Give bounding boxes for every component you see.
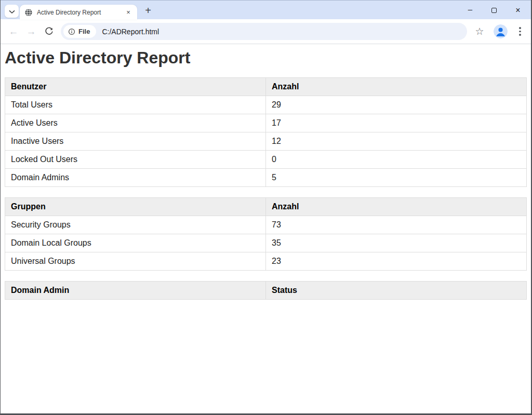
table-row: Domain Local Groups35 bbox=[5, 234, 527, 252]
table-cell: Locked Out Users bbox=[5, 150, 266, 168]
back-button[interactable]: ← bbox=[5, 23, 22, 41]
table-header-row: BenutzerAnzahl bbox=[5, 77, 527, 96]
table-cell: 5 bbox=[266, 168, 527, 186]
groups-table: GruppenAnzahlSecurity Groups73Domain Loc… bbox=[5, 197, 527, 271]
users-table: BenutzerAnzahlTotal Users29Active Users1… bbox=[5, 77, 527, 187]
page-title: Active Directory Report bbox=[5, 49, 527, 68]
table-cell: 29 bbox=[266, 96, 527, 114]
globe-favicon-icon bbox=[24, 8, 33, 17]
maximize-icon bbox=[491, 8, 497, 13]
table-row: Universal Groups23 bbox=[5, 252, 527, 270]
reload-button[interactable] bbox=[40, 23, 58, 41]
profile-avatar[interactable] bbox=[494, 24, 508, 38]
table-row: Security Groups73 bbox=[5, 216, 527, 234]
site-info-chip[interactable]: File bbox=[63, 25, 96, 38]
table-cell: Domain Local Groups bbox=[5, 234, 266, 252]
column-header: Benutzer bbox=[5, 77, 266, 96]
url-text: C:/ADReport.html bbox=[102, 28, 159, 36]
table-header-row: GruppenAnzahl bbox=[5, 197, 527, 216]
table-row: Locked Out Users0 bbox=[5, 150, 527, 168]
table-header-row: Domain AdminStatus bbox=[5, 281, 527, 299]
table-cell: 73 bbox=[266, 216, 527, 234]
column-header: Anzahl bbox=[266, 77, 527, 96]
table-cell: Domain Admins bbox=[5, 168, 266, 186]
tab-title: Active Directory Report bbox=[37, 9, 120, 16]
table-cell: Universal Groups bbox=[5, 252, 266, 270]
browser-toolbar: ← → File C:/ADRepor bbox=[1, 19, 531, 44]
tab-close-icon[interactable]: × bbox=[124, 8, 132, 17]
table-cell: 23 bbox=[266, 252, 527, 270]
site-chip-label: File bbox=[78, 28, 90, 35]
table-row: Active Users17 bbox=[5, 114, 527, 132]
column-header: Status bbox=[266, 281, 527, 299]
table-cell: 17 bbox=[266, 114, 527, 132]
table-cell: 12 bbox=[266, 132, 527, 150]
active-tab[interactable]: Active Directory Report × bbox=[20, 5, 137, 20]
window-controls: – × bbox=[458, 1, 530, 20]
column-header: Domain Admin bbox=[5, 281, 266, 299]
table-cell: Security Groups bbox=[5, 216, 266, 234]
tab-strip: Active Directory Report × + – × bbox=[1, 0, 531, 19]
table-row: Domain Admins5 bbox=[5, 168, 527, 186]
column-header: Anzahl bbox=[266, 197, 527, 216]
info-icon bbox=[68, 28, 75, 35]
page-content: Active Directory Report BenutzerAnzahlTo… bbox=[1, 44, 531, 413]
table-row: Total Users29 bbox=[5, 96, 527, 114]
browser-menu-icon[interactable] bbox=[513, 23, 527, 41]
table-cell: Inactive Users bbox=[5, 132, 266, 150]
bookmark-star-icon[interactable]: ☆ bbox=[471, 23, 488, 40]
reload-icon bbox=[45, 27, 54, 36]
table-cell: Total Users bbox=[5, 96, 266, 114]
new-tab-button[interactable]: + bbox=[141, 4, 155, 17]
address-bar[interactable]: File C:/ADReport.html bbox=[61, 23, 467, 40]
window-maximize-button[interactable] bbox=[482, 1, 506, 20]
tab-search-button[interactable] bbox=[5, 5, 19, 18]
window-minimize-button[interactable]: – bbox=[458, 1, 482, 20]
forward-button[interactable]: → bbox=[22, 23, 40, 41]
column-header: Gruppen bbox=[5, 197, 266, 216]
table-cell: 35 bbox=[266, 234, 527, 252]
table-cell: Active Users bbox=[5, 114, 266, 132]
chevron-down-icon bbox=[9, 7, 15, 16]
table-cell: 0 bbox=[266, 150, 527, 168]
table-row: Inactive Users12 bbox=[5, 132, 527, 150]
domain-admins-table: Domain AdminStatus bbox=[5, 281, 527, 300]
window-close-button[interactable]: × bbox=[506, 1, 530, 20]
browser-window: Active Directory Report × + – × ← → bbox=[0, 0, 532, 415]
